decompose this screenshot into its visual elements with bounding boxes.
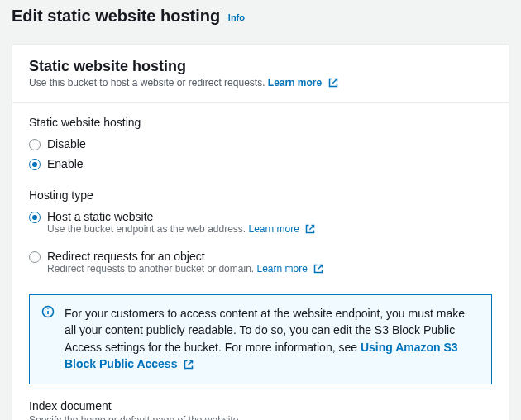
hosting-disable-option[interactable]: Disable (29, 134, 492, 154)
external-link-icon (184, 357, 194, 374)
hosting-type-static-option[interactable]: Host a static website Use the bucket end… (29, 207, 492, 240)
option-label: Disable (47, 137, 86, 150)
hosting-type-label: Hosting type (29, 189, 492, 202)
svg-point-2 (47, 308, 48, 309)
learn-more-label: Learn more (256, 263, 307, 274)
public-access-alert: For your customers to access content at … (29, 294, 492, 384)
panel-learn-more-link[interactable]: Learn more (268, 77, 338, 88)
radio-icon (29, 139, 41, 150)
hosting-toggle-label: Static website hosting (29, 116, 492, 129)
hosting-toggle-section: Static website hosting Disable Enable (29, 116, 492, 174)
option-sub-text: Use the bucket endpoint as the web addre… (47, 223, 246, 235)
option-sub-text: Redirect requests to another bucket or d… (47, 263, 254, 274)
page-title-text: Edit static website hosting (12, 7, 220, 25)
option-label: Redirect requests for an object (47, 250, 323, 263)
option-sub: Redirect requests to another bucket or d… (47, 263, 323, 276)
radio-icon (29, 251, 41, 263)
radio-icon (29, 212, 41, 223)
hosting-enable-option[interactable]: Enable (29, 154, 492, 174)
radio-icon (29, 159, 41, 170)
hosting-type-redirect-option[interactable]: Redirect requests for an object Redirect… (29, 246, 492, 279)
learn-more-label: Learn more (268, 77, 322, 88)
option-sub: Use the bucket endpoint as the web addre… (47, 223, 315, 236)
panel-subtitle: Use this bucket to host a website or red… (29, 77, 492, 90)
external-link-icon (305, 224, 315, 236)
hosting-type-static-learn-more[interactable]: Learn more (249, 223, 316, 235)
index-document-label: Index document (29, 399, 492, 413)
option-label: Host a static website (47, 210, 315, 223)
hosting-type-redirect-learn-more[interactable]: Learn more (256, 263, 323, 274)
panel-title: Static website hosting (29, 58, 492, 75)
external-link-icon (313, 264, 323, 276)
panel-body: Static website hosting Disable Enable (12, 103, 509, 420)
hosting-type-radio-group: Host a static website Use the bucket end… (29, 207, 492, 279)
panel-header: Static website hosting Use this bucket t… (12, 45, 509, 103)
external-link-icon (328, 78, 338, 90)
info-icon (41, 305, 55, 322)
index-document-hint: Specify the home or default page of the … (29, 414, 492, 420)
page-title: Edit static website hosting Info (0, 0, 521, 34)
hosting-toggle-radio-group: Disable Enable (29, 134, 492, 174)
option-label: Enable (47, 157, 84, 170)
index-document-section: Index document Specify the home or defau… (29, 399, 492, 420)
panel-subtitle-text: Use this bucket to host a website or red… (29, 77, 265, 88)
hosting-panel: Static website hosting Use this bucket t… (12, 44, 509, 420)
hosting-type-section: Hosting type Host a static website Use t… (29, 189, 492, 279)
learn-more-label: Learn more (249, 223, 299, 235)
info-link[interactable]: Info (228, 12, 245, 22)
